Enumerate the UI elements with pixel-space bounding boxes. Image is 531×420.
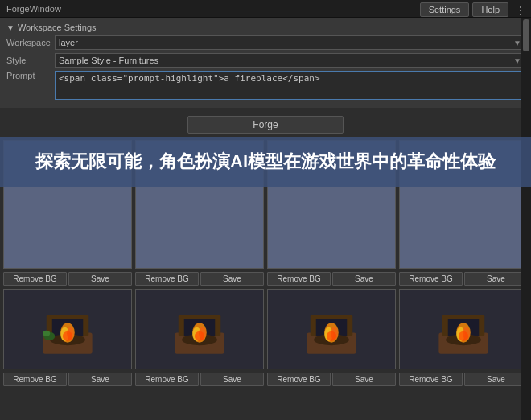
svg-point-9 [43,331,50,336]
svg-point-17 [195,331,204,341]
style-select[interactable]: Sample Style - Furnitures [55,53,525,68]
save-button-3[interactable]: Save [332,272,396,286]
fireplace-cell-1 [3,289,132,369]
settings-button[interactable]: Settings [420,2,470,17]
action-pair-1: Remove BG Save [3,272,132,286]
style-select-wrapper: Sample Style - Furnitures ▼ [55,53,525,68]
save-button-6[interactable]: Save [200,373,264,386]
workspace-field-row: Workspace layer ▼ [6,35,525,50]
action-pair-3: Remove BG Save [267,272,396,286]
scroll-thumb[interactable] [523,19,529,51]
remove-bg-button-5[interactable]: Remove BG [3,373,67,386]
forge-button-row: Forge [0,113,531,137]
svg-point-7 [63,331,72,341]
section-title: Workspace Settings [18,23,97,32]
workspace-select-wrapper: layer ▼ [55,35,525,50]
prompt-label: Prompt [6,71,55,80]
window-title: ForgeWindow [6,4,61,14]
save-button-5[interactable]: Save [68,373,132,386]
section-header: ▼ Workspace Settings [6,23,525,32]
remove-bg-button-7[interactable]: Remove BG [267,373,331,386]
prompt-field-row: Prompt <span class="prompt-highlight">a … [6,71,525,100]
workspace-label: Workspace [6,38,55,47]
save-button-8[interactable]: Save [464,373,528,386]
action-pair-5: Remove BG Save [3,373,132,386]
save-button-1[interactable]: Save [68,272,132,286]
image-grid-area: 探索无限可能，角色扮演AI模型在游戏世界中的革命性体验 Remove BG Sa… [0,137,531,389]
workspace-settings: ▼ Workspace Settings Workspace layer ▼ S… [0,18,531,108]
svg-point-33 [459,331,468,341]
top-buttons: Settings Help [420,2,508,17]
svg-point-25 [327,331,336,341]
more-options-icon[interactable]: ⋮ [515,4,526,17]
fireplace-cell-3 [267,289,396,369]
remove-bg-button-1[interactable]: Remove BG [3,272,67,286]
banner-text: 探索无限可能，角色扮演AI模型在游戏世界中的革命性体验 [35,151,496,171]
fireplace-image-2 [171,301,228,357]
remove-bg-button-8[interactable]: Remove BG [399,373,463,386]
action-pair-7: Remove BG Save [267,373,396,386]
style-label: Style [6,56,55,65]
collapse-arrow-icon[interactable]: ▼ [6,23,14,32]
bottom-image-row [3,289,528,369]
save-button-4[interactable]: Save [464,272,528,286]
fireplace-cell-4 [399,289,528,369]
action-pair-6: Remove BG Save [135,373,264,386]
remove-bg-button-2[interactable]: Remove BG [135,272,199,286]
workspace-select[interactable]: layer [55,35,525,50]
save-button-2[interactable]: Save [200,272,264,286]
fireplace-image-1 [39,301,96,357]
action-row-2: Remove BG Save Remove BG Save Remove BG … [3,373,528,386]
remove-bg-button-4[interactable]: Remove BG [399,272,463,286]
save-button-7[interactable]: Save [332,373,396,386]
fireplace-image-4 [435,301,492,357]
action-row-1: Remove BG Save Remove BG Save Remove BG … [3,272,528,286]
remove-bg-button-6[interactable]: Remove BG [135,373,199,386]
prompt-input[interactable]: <span class="prompt-highlight">a firepla… [55,71,525,100]
main-content: ▼ Workspace Settings Workspace layer ▼ S… [0,18,531,389]
action-pair-8: Remove BG Save [399,373,528,386]
fireplace-cell-2 [135,289,264,369]
action-pair-2: Remove BG Save [135,272,264,286]
banner-overlay: 探索无限可能，角色扮演AI模型在游戏世界中的革命性体验 [0,137,531,187]
scrollbar[interactable] [521,18,531,420]
style-field-row: Style Sample Style - Furnitures ▼ [6,53,525,68]
app-window: ForgeWindow Settings Help ⋮ ▼ Workspace … [0,0,531,420]
remove-bg-button-3[interactable]: Remove BG [267,272,331,286]
action-pair-4: Remove BG Save [399,272,528,286]
title-bar: ForgeWindow Settings Help ⋮ [0,0,531,18]
help-button[interactable]: Help [472,2,508,17]
fireplace-image-3 [303,301,360,357]
forge-button[interactable]: Forge [187,116,343,134]
